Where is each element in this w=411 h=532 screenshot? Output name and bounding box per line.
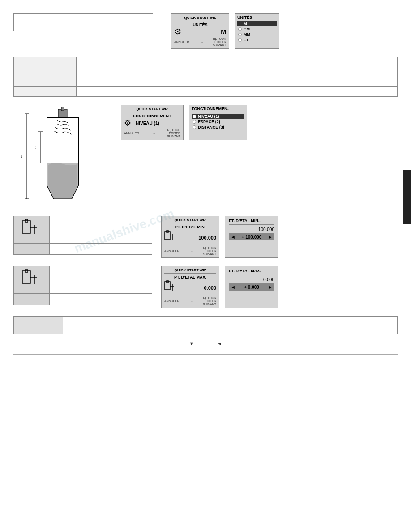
ptal-min-value-row: ◄ + 100.000 ►: [229, 233, 274, 240]
qsw-unites-value: M: [221, 28, 226, 35]
qsw-editer1: ÉDITER: [214, 40, 226, 43]
qsw-ptal-max-value: 0.000: [204, 285, 216, 291]
ptal-min-cell2: [14, 244, 50, 254]
qsw-suivant4: SUIVANT: [203, 253, 216, 256]
nav-down-arrow-icon: ▼: [189, 341, 194, 346]
data-table: [13, 57, 398, 97]
table-row: [14, 87, 398, 97]
tank-diagram: ↕ ↕: [13, 105, 112, 208]
table-cell-right: [77, 67, 398, 77]
ptal-max-cell2: [14, 294, 50, 305]
qsw-unites-nav: RETOUR ANNULER ⬦ ÉDITER SUIVANT: [174, 37, 226, 47]
arrow-left-icon-max: ◄: [231, 284, 235, 290]
radio-ft-icon: [238, 38, 242, 42]
units-item-mm[interactable]: MM: [237, 32, 277, 37]
table-cell-left: [14, 67, 77, 77]
qsw-ptal-min-nav: RETOUR ANNULER ⬦ ÉDITER SUIVANT: [164, 246, 216, 256]
units-item-m[interactable]: M: [237, 21, 277, 26]
qsw-annuler5: ANNULER: [164, 300, 179, 303]
units-dropdown-title: UNITÉS: [237, 15, 277, 20]
svg-text:↕: ↕: [35, 146, 37, 150]
radio-espace-icon: [193, 120, 196, 124]
svg-rect-9: [61, 107, 64, 111]
qsw-annuler1: ANNULER: [174, 40, 189, 43]
table-row: [14, 77, 398, 87]
table-cell-right: [77, 77, 398, 87]
ptal-min-icon-cell: [14, 216, 50, 243]
qsw-retour1: RETOUR: [213, 37, 226, 40]
qsw-fonctionnement: QUICK START WIZ FONCTIONNEMENT ⚙ NIVEAU …: [121, 105, 184, 140]
table-cell-left: [14, 87, 77, 97]
qsw-ptal-max: QUICK START WIZ PT. D'ÉTAL MAX. 0.000: [161, 266, 219, 308]
qsw-ptal-min: QUICK START WIZ PT. D'ÉTAL MIN. 100.000: [161, 216, 219, 258]
table-cell-right: [77, 87, 398, 97]
ptal-min-row2: [14, 244, 152, 254]
ptal-max-screens: QUICK START WIZ PT. D'ÉTAL MAX. 0.000: [161, 266, 278, 308]
qsw-editer4: ÉDITER: [205, 249, 216, 253]
section4-ptal-min: QUICK START WIZ PT. D'ÉTAL MIN. 100.000: [13, 216, 398, 258]
qsw-editer3: ÉDITER: [169, 132, 180, 135]
section1-screens: QUICK START WIZ UNITÉS ⚙ M RETOUR ANNULE…: [171, 13, 279, 49]
qsw-fonct-title: QUICK START WIZ: [124, 107, 180, 112]
ptal-max-row2: [14, 294, 152, 305]
section6-cell1: [14, 317, 63, 334]
radio-niveau-icon: [193, 115, 196, 118]
qsw-suivant5: SUIVANT: [203, 303, 216, 306]
units-dropdown: UNITÉS M CM MM FT: [235, 13, 279, 49]
qsw-unites: QUICK START WIZ UNITÉS ⚙ M RETOUR ANNULE…: [171, 13, 229, 49]
qsw-retour4: RETOUR: [203, 246, 216, 249]
ptal-min-value-top: 100.000: [229, 227, 274, 232]
ptal-max-row1: [14, 266, 152, 294]
qsw-fonct-nav: RETOUR ANNULER ⬦ ÉDITER SUIVANT: [124, 129, 180, 138]
qsw-fonct-icon: ⚙: [124, 119, 131, 127]
section3-fonctionnement: ↕ ↕: [13, 105, 398, 208]
arrow-right-icon-min: ►: [268, 234, 273, 240]
fonctionnement-dropdown: FONCTIONNEMEN.. NIVEAU (1) ESPACE (2) DI…: [189, 105, 247, 140]
units-label-ft: FT: [244, 38, 248, 42]
radio-mm-icon: [238, 33, 242, 36]
nav-arrows: ▼ ◄: [13, 341, 398, 346]
qsw-annuler3: ANNULER: [124, 132, 139, 135]
table-cell-left: [14, 57, 77, 67]
ptal-min-table: [13, 216, 152, 255]
arrow-right-icon-max: ►: [268, 284, 273, 290]
section1-table: [13, 13, 153, 31]
fonct-item-niveau[interactable]: NIVEAU (1): [192, 114, 244, 119]
qsw-editer5: ÉDITER: [205, 300, 216, 303]
qsw-retour5: RETOUR: [203, 296, 216, 300]
table-row: [14, 57, 398, 67]
radio-distance-icon: [193, 125, 196, 129]
ptal-max-table: [13, 266, 152, 305]
table-cell-right: [77, 57, 398, 67]
ptal-min-display-value: + 100.000: [242, 235, 262, 240]
bottom-divider: [13, 354, 398, 355]
section2-table: [13, 57, 398, 97]
ptal-max-value-top: 0.000: [229, 277, 274, 282]
qsw-ptal-min-title: QUICK START WIZ: [164, 218, 216, 223]
fonct-item-distance[interactable]: DISTANCE (3): [192, 124, 244, 130]
fonct-label-distance: DISTANCE (3): [198, 125, 224, 129]
ptal-min-text2: [50, 244, 152, 254]
qsw-ptal-max-nav: RETOUR ANNULER ⬦ ÉDITER SUIVANT: [164, 296, 216, 306]
units-label-m: M: [244, 21, 247, 26]
nav-left-arrow-icon: ◄: [217, 341, 222, 346]
tank-svg: ↕ ↕: [13, 105, 112, 208]
ptal-max-icon: [21, 269, 42, 291]
radio-cm-icon: [238, 27, 242, 31]
radio-m-icon: [238, 22, 242, 26]
qsw-unites-icon: ⚙: [174, 28, 181, 36]
ptal-max-value-box: PT. D'ÉTAL MAX. 0.000 ◄ + 0.000 ►: [225, 266, 278, 308]
section6-cell2: [63, 317, 287, 334]
section3-right: QUICK START WIZ FONCTIONNEMENT ⚙ NIVEAU …: [121, 105, 247, 140]
ptal-max-box-title: PT. D'ÉTAL MAX.: [229, 269, 274, 275]
qsw-fonct-subtitle: FONCTIONNEMENT: [124, 114, 180, 118]
qsw-ptal-min-subtitle: PT. D'ÉTAL MIN.: [164, 225, 216, 229]
units-item-ft[interactable]: FT: [237, 37, 277, 43]
arrow-left-icon-min: ◄: [231, 234, 235, 240]
units-item-cm[interactable]: CM: [237, 26, 277, 32]
fonct-item-espace[interactable]: ESPACE (2): [192, 119, 244, 124]
qsw-suivant1: SUIVANT: [213, 43, 226, 47]
ptal-min-value-box: PT. D'ÉTAL MIN.. 100.000 ◄ + 100.000 ►: [225, 216, 278, 258]
qsw-ptal-max-title: QUICK START WIZ: [164, 268, 216, 274]
table-row: [14, 67, 398, 77]
